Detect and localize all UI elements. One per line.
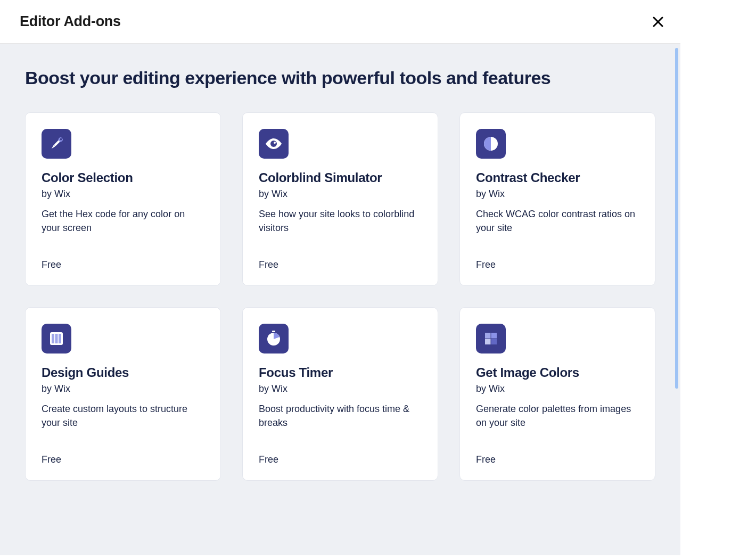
addon-title: Color Selection [42, 170, 204, 185]
addon-title: Colorblind Simulator [259, 170, 422, 185]
addon-card-contrast-checker[interactable]: Contrast Checker by Wix Check WCAG color… [459, 112, 655, 286]
addon-card-focus-timer[interactable]: Focus Timer by Wix Boost productivity wi… [242, 307, 438, 481]
page-subtitle: Boost your editing experience with power… [25, 68, 655, 88]
addon-price: Free [476, 454, 639, 465]
modal-header: Editor Add-ons [0, 0, 680, 44]
svg-rect-8 [55, 334, 58, 343]
addon-price: Free [42, 454, 204, 465]
addon-description: Create custom layouts to structure your … [42, 402, 204, 442]
addon-price: Free [259, 454, 422, 465]
eyedropper-icon [42, 129, 71, 159]
svg-rect-13 [491, 333, 497, 339]
close-button[interactable] [652, 15, 664, 28]
svg-point-3 [270, 141, 277, 147]
addon-description: Generate color palettes from images on y… [476, 402, 639, 442]
timer-icon [259, 324, 289, 354]
addon-description: Check WCAG color contrast ratios on your… [476, 207, 639, 248]
addon-author: by Wix [42, 188, 204, 200]
addon-author: by Wix [476, 188, 639, 200]
swatch-icon [476, 324, 506, 354]
addon-title: Focus Timer [259, 365, 422, 380]
addon-description: Boost productivity with focus time & bre… [259, 402, 422, 442]
addon-author: by Wix [259, 383, 422, 394]
addon-card-color-selection[interactable]: Color Selection by Wix Get the Hex code … [25, 112, 221, 286]
columns-icon [42, 324, 71, 354]
svg-rect-12 [485, 333, 491, 339]
modal-title: Editor Add-ons [20, 13, 121, 30]
svg-rect-15 [491, 339, 497, 345]
addon-price: Free [42, 259, 204, 270]
addons-grid: Color Selection by Wix Get the Hex code … [25, 112, 655, 481]
addon-author: by Wix [476, 383, 639, 394]
content-area: Boost your editing experience with power… [0, 44, 680, 555]
addon-author: by Wix [42, 383, 204, 394]
addon-card-get-image-colors[interactable]: Get Image Colors by Wix Generate color p… [459, 307, 655, 481]
addon-card-design-guides[interactable]: Design Guides by Wix Create custom layou… [25, 307, 221, 481]
svg-rect-14 [485, 339, 491, 345]
addon-author: by Wix [259, 188, 422, 200]
svg-point-4 [274, 142, 276, 144]
addon-title: Get Image Colors [476, 365, 639, 380]
addon-price: Free [259, 259, 422, 270]
scrollbar-thumb[interactable] [675, 48, 678, 389]
svg-rect-7 [52, 334, 54, 343]
addon-title: Contrast Checker [476, 170, 639, 185]
contrast-icon [476, 129, 506, 159]
eye-icon [259, 129, 289, 159]
addon-description: See how your site looks to colorblind vi… [259, 207, 422, 248]
close-icon [653, 17, 663, 27]
addon-description: Get the Hex code for any color on your s… [42, 207, 204, 248]
addon-card-colorblind-simulator[interactable]: Colorblind Simulator by Wix See how your… [242, 112, 438, 286]
svg-rect-11 [272, 331, 275, 332]
svg-rect-9 [59, 334, 61, 343]
addon-title: Design Guides [42, 365, 204, 380]
addon-price: Free [476, 259, 639, 270]
